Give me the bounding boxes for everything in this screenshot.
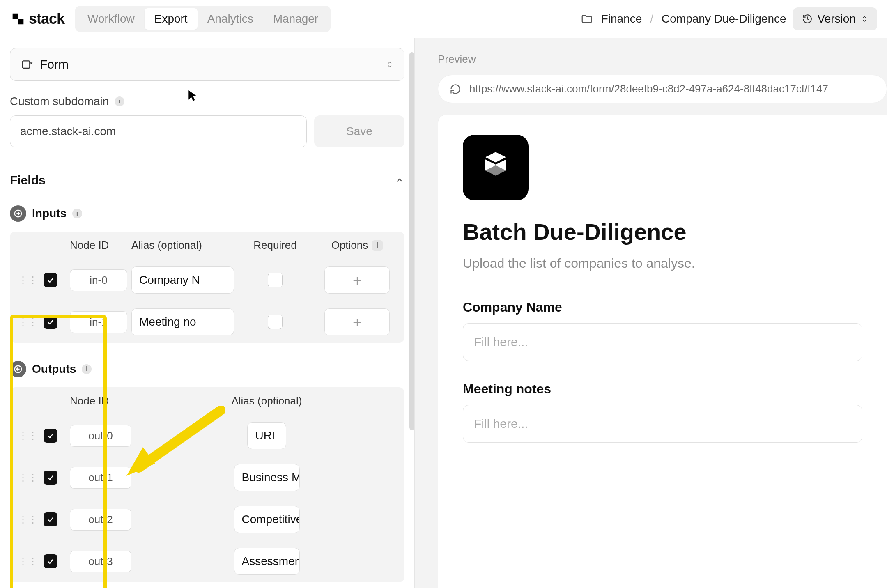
add-option-button[interactable]: ＋ [324, 308, 390, 335]
node-id[interactable]: out-0 [70, 425, 131, 447]
nav-tabs: Workflow Export Analytics Manager [75, 6, 331, 32]
alias-input[interactable]: URL [247, 422, 286, 449]
app-logo-icon [477, 149, 514, 186]
form-icon [21, 58, 33, 71]
enable-checkbox[interactable] [44, 429, 57, 443]
drag-handle-icon[interactable]: ⋮⋮ [16, 514, 39, 525]
drag-handle-icon[interactable]: ⋮⋮ [16, 430, 39, 441]
preview-url[interactable]: https://www.stack-ai.com/form/28deefb9-c… [469, 83, 828, 95]
enable-checkbox[interactable] [44, 512, 57, 526]
chevron-up-icon [395, 175, 404, 185]
version-button[interactable]: Version [793, 7, 877, 30]
outputs-header: Outputs i [10, 361, 404, 377]
preview-field-label: Meeting notes [463, 381, 862, 397]
output-row: ⋮⋮ out-1 Business M [10, 457, 404, 498]
inputs-icon [10, 205, 26, 222]
node-id[interactable]: in-0 [70, 269, 127, 291]
refresh-icon[interactable] [450, 83, 461, 95]
preview-card: Batch Due-Diligence Upload the list of c… [438, 115, 887, 588]
input-row: ⋮⋮ in-1 Meeting no ＋ [10, 301, 404, 343]
enable-checkbox[interactable] [44, 471, 57, 485]
info-icon[interactable]: i [72, 209, 82, 218]
col-node: Node ID [70, 395, 131, 407]
preview-field-input[interactable]: Fill here... [463, 323, 862, 361]
subdomain-label-row: Custom subdomain i [10, 95, 404, 108]
inputs-label: Inputs [32, 207, 67, 220]
subdomain-label: Custom subdomain [10, 95, 109, 108]
preview-panel: Preview https://www.stack-ai.com/form/28… [415, 38, 887, 588]
preview-title: Batch Due-Diligence [463, 218, 862, 245]
preview-subtitle: Upload the list of companies to analyse. [463, 256, 862, 271]
tab-analytics[interactable]: Analytics [198, 8, 263, 30]
alias-input[interactable]: Business M [234, 464, 300, 491]
node-id[interactable]: in-1 [70, 311, 127, 333]
node-id[interactable]: out-2 [70, 509, 131, 531]
info-icon[interactable]: i [82, 364, 92, 374]
breadcrumb-sep: / [650, 12, 653, 25]
output-row: ⋮⋮ out-0 URL [10, 415, 404, 457]
subdomain-input[interactable]: acme.stack-ai.com [10, 115, 307, 147]
tab-manager[interactable]: Manager [263, 8, 329, 30]
alias-input[interactable]: Meeting no [131, 308, 234, 335]
breadcrumb: Finance / Company Due-Diligence [581, 12, 786, 25]
node-id[interactable]: out-1 [70, 467, 131, 489]
svg-rect-0 [23, 61, 30, 68]
scrollbar[interactable] [409, 52, 414, 430]
tab-workflow[interactable]: Workflow [78, 8, 145, 30]
outputs-table-head: Node ID Alias (optional) [10, 387, 404, 415]
enable-checkbox[interactable] [44, 315, 57, 329]
app-logo-tile [463, 135, 529, 200]
version-label: Version [818, 12, 856, 25]
form-type-select[interactable]: Form [10, 48, 404, 81]
inputs-header: Inputs i [10, 205, 404, 222]
folder-icon [581, 13, 593, 25]
alias-input[interactable]: Competitive [234, 506, 300, 533]
enable-checkbox[interactable] [44, 273, 57, 287]
outputs-table: Node ID Alias (optional) ⋮⋮ out-0 URL ⋮⋮… [10, 387, 404, 582]
preview-field-label: Company Name [463, 300, 862, 315]
fields-section-header[interactable]: Fields [10, 173, 404, 187]
drag-handle-icon[interactable]: ⋮⋮ [16, 274, 39, 286]
tab-export[interactable]: Export [145, 8, 198, 30]
outputs-label: Outputs [32, 363, 76, 376]
inputs-table-head: Node ID Alias (optional) Required Option… [10, 232, 404, 259]
history-icon [802, 14, 813, 24]
preview-url-bar: https://www.stack-ai.com/form/28deefb9-c… [438, 75, 887, 103]
breadcrumb-folder[interactable]: Finance [601, 12, 642, 25]
col-options: Options i [316, 239, 398, 252]
preview-field-input[interactable]: Fill here... [463, 405, 862, 443]
form-type-label: Form [40, 57, 69, 71]
input-row: ⋮⋮ in-0 Company N ＋ [10, 259, 404, 301]
save-button[interactable]: Save [314, 115, 404, 147]
inputs-table: Node ID Alias (optional) Required Option… [10, 232, 404, 343]
drag-handle-icon[interactable]: ⋮⋮ [16, 472, 39, 483]
breadcrumb-page[interactable]: Company Due-Diligence [662, 12, 786, 25]
drag-handle-icon[interactable]: ⋮⋮ [16, 556, 39, 567]
chevrons-icon [386, 61, 393, 68]
col-node: Node ID [70, 239, 127, 252]
col-alias: Alias (optional) [136, 395, 398, 407]
alias-input[interactable]: Company N [131, 266, 234, 294]
required-checkbox[interactable] [268, 273, 283, 287]
alias-input[interactable]: Assessmen [234, 548, 300, 575]
preview-label: Preview [438, 53, 887, 66]
drag-handle-icon[interactable]: ⋮⋮ [16, 316, 39, 328]
config-panel: Form Custom subdomain i acme.stack-ai.co… [0, 38, 415, 588]
brand-logo: stack [10, 10, 64, 28]
enable-checkbox[interactable] [44, 554, 57, 568]
col-required: Required [238, 239, 312, 252]
svg-marker-5 [485, 152, 506, 162]
info-icon[interactable]: i [115, 96, 124, 106]
brand-icon [10, 11, 26, 27]
col-alias: Alias (optional) [131, 239, 234, 252]
outputs-icon [10, 361, 26, 377]
chevrons-icon [861, 15, 868, 23]
node-id[interactable]: out-3 [70, 551, 131, 572]
info-icon[interactable]: i [372, 240, 383, 251]
fields-label: Fields [10, 173, 46, 187]
brand-text: stack [29, 10, 64, 28]
topbar: stack Workflow Export Analytics Manager … [0, 0, 887, 38]
required-checkbox[interactable] [268, 315, 283, 329]
output-row: ⋮⋮ out-3 Assessmen [10, 540, 404, 582]
add-option-button[interactable]: ＋ [324, 266, 390, 294]
